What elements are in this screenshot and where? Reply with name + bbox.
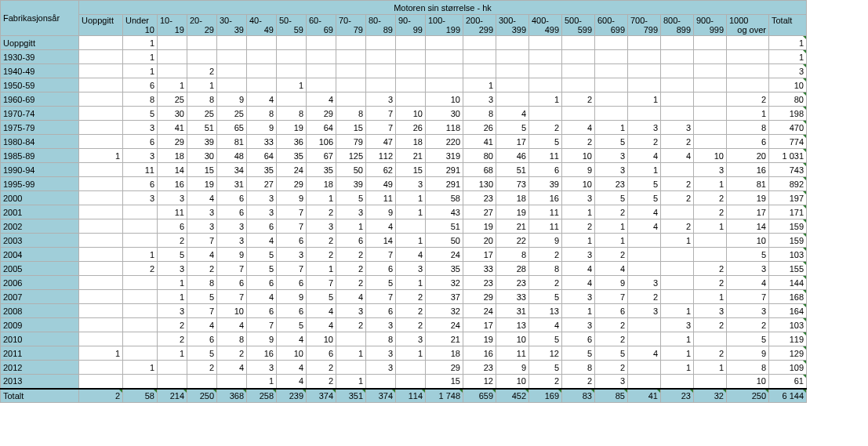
- cell: 1: [396, 276, 426, 290]
- cell: [628, 318, 661, 332]
- cell: [187, 375, 217, 389]
- cell: 7: [187, 234, 217, 248]
- cell: 1: [79, 346, 123, 361]
- total-cell: 23: [661, 389, 694, 403]
- cell: [277, 36, 307, 50]
- cell: 4: [727, 276, 769, 290]
- cell: 9: [217, 248, 247, 262]
- cell: 29: [158, 135, 187, 149]
- cell: 155: [769, 262, 807, 276]
- cell: 33: [463, 262, 496, 276]
- cell: [529, 64, 562, 78]
- cell: 5: [529, 290, 562, 304]
- cell: 8: [366, 332, 396, 346]
- cell: [79, 121, 123, 135]
- cell: 51: [187, 121, 217, 135]
- cell: 1: [123, 361, 158, 375]
- cell: 1: [396, 205, 426, 219]
- cell: [79, 219, 123, 234]
- cell: 3: [307, 219, 336, 234]
- cell: [247, 64, 277, 78]
- col-header: Uoppgitt: [79, 15, 123, 36]
- cell: 30: [426, 107, 463, 121]
- cell: 2: [307, 361, 336, 375]
- total-cell: 85: [595, 389, 628, 403]
- col-header-bottom: 599: [565, 25, 592, 34]
- cell: 8: [336, 107, 366, 121]
- cell: 1: [562, 234, 595, 248]
- cell: 9: [247, 332, 277, 346]
- cell: 14: [727, 219, 769, 234]
- cell: [661, 205, 694, 219]
- col-header: 300-399: [496, 15, 529, 36]
- cell: 3: [396, 262, 426, 276]
- cell: 743: [769, 163, 807, 177]
- cell: 2: [595, 332, 628, 346]
- cell: [562, 36, 595, 50]
- cell: [79, 50, 123, 64]
- cell: 1: [158, 276, 187, 290]
- cell: 1: [661, 346, 694, 361]
- cell: 3: [661, 318, 694, 332]
- cell: 73: [496, 177, 529, 191]
- cell: [496, 64, 529, 78]
- col-header-top: Uoppgitt: [82, 16, 120, 25]
- cell: 5: [727, 248, 769, 262]
- cell: 41: [158, 121, 187, 135]
- cell: [661, 163, 694, 177]
- cell: [595, 64, 628, 78]
- cell: 5: [496, 121, 529, 135]
- cell: 2: [396, 304, 426, 318]
- cell: [79, 375, 123, 389]
- cell: 291: [426, 177, 463, 191]
- cell: 2: [336, 276, 366, 290]
- cell: 1: [187, 78, 217, 92]
- cell: 144: [769, 276, 807, 290]
- cell: 3: [158, 191, 187, 205]
- cell: 2: [562, 135, 595, 149]
- cell: 4: [562, 262, 595, 276]
- cell: 3: [247, 361, 277, 375]
- cell: 3: [628, 304, 661, 318]
- total-cell: 6 144: [769, 389, 807, 403]
- cell: 1: [396, 191, 426, 205]
- cell: 16: [727, 163, 769, 177]
- cell: 21: [396, 149, 426, 163]
- cell: 3: [595, 149, 628, 163]
- cell: [79, 163, 123, 177]
- cell: 7: [366, 248, 396, 262]
- cell: 1: [628, 163, 661, 177]
- cell: 3: [217, 234, 247, 248]
- cell: 2: [217, 346, 247, 361]
- cell: 4: [628, 149, 661, 163]
- cell: 5: [247, 248, 277, 262]
- cell: 2: [336, 248, 366, 262]
- cell: [496, 92, 529, 107]
- cell: 35: [247, 163, 277, 177]
- cell: 2: [307, 234, 336, 248]
- cell: [595, 50, 628, 64]
- cell: 7: [217, 290, 247, 304]
- cell: 14: [366, 234, 396, 248]
- cell: [79, 177, 123, 191]
- cell: 3: [247, 191, 277, 205]
- cell: 2: [562, 219, 595, 234]
- col-header-top: 100-: [428, 16, 460, 25]
- cell: [277, 64, 307, 78]
- cell: 7: [217, 262, 247, 276]
- cell: [366, 375, 396, 389]
- total-cell: 1 748: [426, 389, 463, 403]
- cell: 19: [463, 332, 496, 346]
- cell: 18: [158, 149, 187, 163]
- cell: 1: [123, 50, 158, 64]
- cell: 10: [396, 107, 426, 121]
- cell: 43: [426, 205, 463, 219]
- cell: 1: [694, 361, 727, 375]
- cell: 13: [496, 318, 529, 332]
- row-label: 2003: [1, 234, 79, 248]
- cell: 1: [336, 346, 366, 361]
- col-header-top: Totalt: [772, 16, 804, 25]
- cell: 15: [396, 163, 426, 177]
- total-cell: 452: [496, 389, 529, 403]
- cell: [628, 375, 661, 389]
